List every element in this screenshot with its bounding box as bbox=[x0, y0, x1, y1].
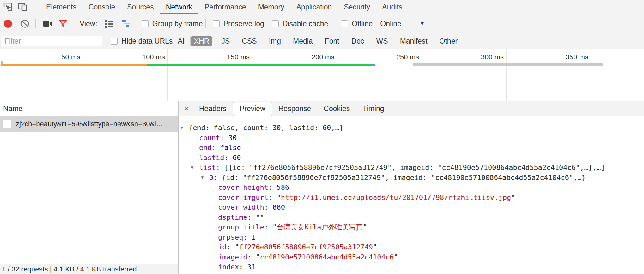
json-key: cover_imgurl bbox=[218, 194, 268, 201]
json-quote: " bbox=[256, 253, 260, 261]
panel-tabs: ElementsConsoleSourcesNetworkPerformance… bbox=[40, 0, 408, 14]
filter-type-js[interactable]: JS bbox=[218, 36, 233, 46]
chevron-down-icon[interactable]: ▼ bbox=[420, 21, 425, 27]
toolbar-divider bbox=[205, 19, 206, 28]
tab-application[interactable]: Application bbox=[290, 0, 338, 14]
inspect-element-icon[interactable] bbox=[3, 2, 13, 12]
toolbar-divider bbox=[35, 19, 36, 28]
offline-checkbox[interactable]: Offline bbox=[341, 20, 373, 28]
overview-green-bar bbox=[147, 64, 372, 66]
toggle-device-toolbar-icon[interactable] bbox=[17, 2, 28, 12]
capture-screenshots-icon[interactable] bbox=[43, 20, 53, 28]
expand-triangle-icon[interactable]: ▼ bbox=[191, 163, 193, 173]
filter-type-all[interactable]: All bbox=[178, 37, 186, 45]
tab-audits[interactable]: Audits bbox=[376, 0, 408, 14]
resource-doc-icon bbox=[3, 120, 11, 128]
tab-security[interactable]: Security bbox=[338, 0, 376, 14]
detail-tab-cookies[interactable]: Cookies bbox=[317, 101, 356, 116]
checkbox-box[interactable] bbox=[111, 38, 118, 45]
filter-type-media[interactable]: Media bbox=[290, 36, 316, 46]
disable-cache-label: Disable cache bbox=[283, 20, 328, 28]
preview-json-tree: ▼{end: false, count: 30, lastid: 60,…}co… bbox=[179, 116, 644, 272]
filter-type-img[interactable]: Img bbox=[266, 36, 284, 46]
json-quote: " bbox=[235, 243, 239, 251]
json-key: 0 bbox=[209, 174, 213, 182]
json-plain: : bbox=[239, 263, 247, 271]
ruler-gridline bbox=[167, 49, 168, 101]
filter-type-css[interactable]: CSS bbox=[239, 36, 259, 46]
json-tree-line: grpseq: 1 bbox=[179, 232, 644, 242]
filter-type-font[interactable]: Font bbox=[322, 36, 342, 46]
filter-type-manifest[interactable]: Manifest bbox=[397, 36, 430, 46]
filter-bar: Hide data URLs All XHRJSCSSImgMediaFontD… bbox=[0, 33, 644, 49]
json-str: http://i1.umei.cc/uploads/tu/201701/798/… bbox=[281, 194, 511, 201]
detail-tab-headers[interactable]: Headers bbox=[193, 101, 233, 116]
filter-type-ws[interactable]: WS bbox=[374, 36, 391, 46]
checkbox-box[interactable] bbox=[213, 20, 220, 27]
json-num: 586 bbox=[276, 183, 289, 191]
network-overview[interactable]: 50 ms100 ms150 ms200 ms250 ms300 ms350 m… bbox=[0, 49, 644, 101]
json-plain: : bbox=[268, 183, 277, 191]
filter-icon[interactable] bbox=[58, 19, 67, 28]
throttling-select-value[interactable]: Online bbox=[380, 20, 401, 28]
preserve-log-checkbox[interactable]: Preserve log bbox=[213, 20, 264, 28]
hide-data-urls-checkbox[interactable]: Hide data URLs bbox=[111, 37, 173, 45]
checkbox-box[interactable] bbox=[341, 20, 348, 27]
expand-triangle-icon[interactable]: ▼ bbox=[180, 123, 183, 133]
tab-console[interactable]: Console bbox=[82, 0, 121, 14]
json-key: id bbox=[218, 243, 227, 251]
json-plain: : [{id: "ff276e8056f58896e7cf92505a31274… bbox=[216, 164, 605, 171]
filter-input[interactable] bbox=[2, 36, 102, 46]
json-key: end bbox=[199, 144, 212, 152]
json-quote: " bbox=[272, 223, 276, 231]
column-header-name[interactable]: Name bbox=[0, 101, 178, 116]
tab-network[interactable]: Network bbox=[160, 0, 198, 14]
overview-waterfall-icon[interactable] bbox=[122, 20, 132, 28]
json-tree-line: count: 30 bbox=[179, 133, 644, 143]
detail-tab-strip: × HeadersPreviewResponseCookiesTiming bbox=[179, 101, 644, 116]
json-tree-line[interactable]: ▼0: {id: "ff276e8056f58896e7cf92505a3127… bbox=[179, 173, 644, 183]
json-tree-line: cover_height: 586 bbox=[179, 182, 644, 193]
tab-sources[interactable]: Sources bbox=[121, 0, 160, 14]
expand-triangle-icon[interactable]: ▼ bbox=[201, 173, 204, 183]
filter-type-doc[interactable]: Doc bbox=[349, 36, 367, 46]
group-by-frame-checkbox[interactable]: Group by frame bbox=[142, 20, 203, 28]
detail-tab-timing[interactable]: Timing bbox=[356, 101, 390, 116]
close-icon[interactable]: × bbox=[180, 104, 193, 114]
checkbox-box[interactable] bbox=[142, 20, 149, 27]
disable-cache-checkbox[interactable]: Disable cache bbox=[272, 20, 328, 28]
json-plain: : bbox=[264, 203, 273, 211]
json-plain: : bbox=[247, 213, 256, 221]
json-tree-line: end: false bbox=[179, 143, 644, 153]
tab-elements[interactable]: Elements bbox=[40, 0, 82, 14]
filter-type-other[interactable]: Other bbox=[437, 36, 461, 46]
tab-performance[interactable]: Performance bbox=[198, 0, 252, 14]
ruler-gridline bbox=[337, 49, 337, 101]
request-rows: zj?ch=beauty&t1=595&listtype=new&sn=30&l… bbox=[0, 116, 178, 132]
filter-type-xhr[interactable]: XHR bbox=[191, 36, 212, 46]
json-num: 30 bbox=[228, 134, 237, 142]
json-plain: {end: false, count: 30, lastid: 60,…} bbox=[189, 124, 343, 132]
toolbar-divider bbox=[73, 19, 73, 28]
json-num: false bbox=[220, 144, 241, 152]
json-key: count bbox=[199, 134, 220, 142]
detail-tab-preview[interactable]: Preview bbox=[233, 102, 272, 116]
json-tree-line[interactable]: ▼list: [{id: "ff276e8056f58896e7cf92505a… bbox=[179, 163, 644, 173]
ruler-tick-label: 200 ms bbox=[284, 53, 334, 61]
json-quote: " bbox=[394, 253, 398, 261]
json-str: ff276e8056f58896e7cf92505a312749 bbox=[239, 243, 373, 251]
tab-memory[interactable]: Memory bbox=[252, 0, 290, 14]
ruler-gridline bbox=[506, 49, 507, 101]
table-row[interactable]: zj?ch=beauty&t1=595&listtype=new&sn=30&l… bbox=[0, 116, 178, 132]
record-button[interactable] bbox=[4, 20, 12, 28]
clear-button[interactable] bbox=[20, 19, 30, 28]
json-str: cc48190e57100864abc4d55a2c4104c6 bbox=[260, 253, 394, 261]
json-tree-line: imageid: "cc48190e57100864abc4d55a2c4104… bbox=[179, 252, 644, 262]
detail-tabs: HeadersPreviewResponseCookiesTiming bbox=[193, 101, 391, 116]
json-quote: " bbox=[373, 243, 377, 251]
checkbox-box[interactable] bbox=[272, 20, 279, 27]
json-plain: : bbox=[243, 233, 252, 241]
json-tree-line[interactable]: ▼{end: false, count: 30, lastid: 60,…} bbox=[179, 123, 644, 133]
detail-tab-response[interactable]: Response bbox=[272, 101, 318, 116]
list-view-icon[interactable] bbox=[104, 20, 114, 28]
